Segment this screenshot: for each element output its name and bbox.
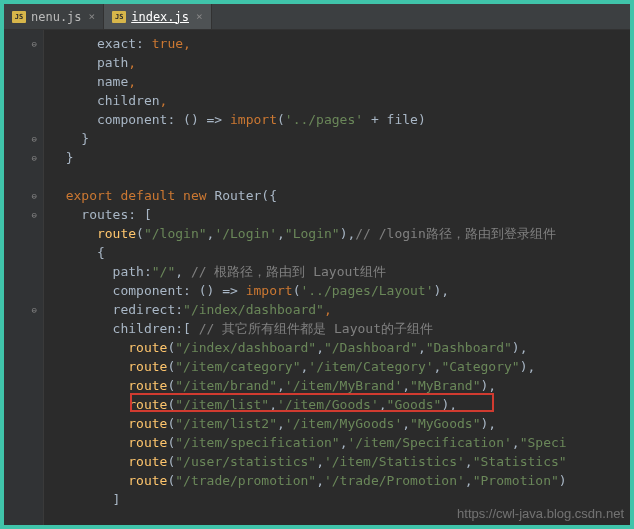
tab-label: nenu.js: [31, 10, 82, 24]
code-line[interactable]: route("/user/statistics",'/item/Statisti…: [50, 452, 630, 471]
gutter-line: [4, 357, 43, 376]
fold-icon[interactable]: ⊖: [32, 191, 37, 201]
js-file-icon: JS: [12, 11, 26, 23]
tab-nenu-js[interactable]: JSnenu.js×: [4, 4, 104, 29]
code-line[interactable]: children:[ // 其它所有组件都是 Layout的子组件: [50, 319, 630, 338]
code-area[interactable]: exact: true, path, name, children, compo…: [44, 30, 630, 525]
gutter-line: [4, 395, 43, 414]
code-line[interactable]: export default new Router({: [50, 186, 630, 205]
code-editor: ⊖⊖⊖⊖⊖⊖ exact: true, path, name, children…: [4, 30, 630, 525]
fold-icon[interactable]: ⊖: [32, 210, 37, 220]
gutter-line: ⊖: [4, 34, 43, 53]
code-line[interactable]: [50, 167, 630, 186]
gutter-line: [4, 72, 43, 91]
gutter-line: [4, 471, 43, 490]
gutter-line: [4, 376, 43, 395]
code-line[interactable]: name,: [50, 72, 630, 91]
code-line[interactable]: }: [50, 148, 630, 167]
code-line[interactable]: route("/item/category",'/item/Category',…: [50, 357, 630, 376]
fold-icon[interactable]: ⊖: [32, 134, 37, 144]
gutter-line: [4, 490, 43, 509]
gutter-line: ⊖: [4, 148, 43, 167]
code-line[interactable]: path:"/", // 根路径，路由到 Layout组件: [50, 262, 630, 281]
code-line[interactable]: exact: true,: [50, 34, 630, 53]
gutter-line: [4, 452, 43, 471]
code-line[interactable]: routes: [: [50, 205, 630, 224]
code-line[interactable]: redirect:"/index/dashboard",: [50, 300, 630, 319]
gutter-line: [4, 319, 43, 338]
gutter-line: [4, 53, 43, 72]
code-line[interactable]: route("/item/list2",'/item/MyGoods',"MyG…: [50, 414, 630, 433]
tab-bar: JSnenu.js×JSindex.js×: [4, 4, 630, 30]
close-icon[interactable]: ×: [196, 10, 203, 23]
code-line[interactable]: component: () => import('../pages' + fil…: [50, 110, 630, 129]
gutter-line: [4, 224, 43, 243]
code-line[interactable]: route("/item/list",'/item/Goods',"Goods"…: [50, 395, 630, 414]
gutter-line: ⊖: [4, 205, 43, 224]
code-line[interactable]: component: () => import('../pages/Layout…: [50, 281, 630, 300]
gutter-line: [4, 167, 43, 186]
gutter-line: ⊖: [4, 300, 43, 319]
gutter-line: [4, 91, 43, 110]
gutter-line: [4, 262, 43, 281]
gutter-line: [4, 281, 43, 300]
close-icon[interactable]: ×: [89, 10, 96, 23]
gutter-line: [4, 243, 43, 262]
gutter-line: [4, 338, 43, 357]
code-line[interactable]: ]: [50, 490, 630, 509]
gutter: ⊖⊖⊖⊖⊖⊖: [4, 30, 44, 525]
gutter-line: [4, 110, 43, 129]
code-line[interactable]: route("/trade/promotion",'/trade/Promoti…: [50, 471, 630, 490]
code-line[interactable]: children,: [50, 91, 630, 110]
tab-label: index.js: [131, 10, 189, 24]
tab-index-js[interactable]: JSindex.js×: [104, 4, 211, 29]
js-file-icon: JS: [112, 11, 126, 23]
code-line[interactable]: route("/item/specification",'/item/Speci…: [50, 433, 630, 452]
gutter-line: [4, 433, 43, 452]
gutter-line: ⊖: [4, 129, 43, 148]
gutter-line: [4, 414, 43, 433]
code-line[interactable]: route("/item/brand",'/item/MyBrand',"MyB…: [50, 376, 630, 395]
code-line[interactable]: route("/login",'/Login',"Login"),// /log…: [50, 224, 630, 243]
code-line[interactable]: }: [50, 129, 630, 148]
code-line[interactable]: route("/index/dashboard","/Dashboard","D…: [50, 338, 630, 357]
code-line[interactable]: path,: [50, 53, 630, 72]
gutter-line: ⊖: [4, 186, 43, 205]
fold-icon[interactable]: ⊖: [32, 305, 37, 315]
fold-icon[interactable]: ⊖: [32, 39, 37, 49]
code-line[interactable]: {: [50, 243, 630, 262]
fold-icon[interactable]: ⊖: [32, 153, 37, 163]
